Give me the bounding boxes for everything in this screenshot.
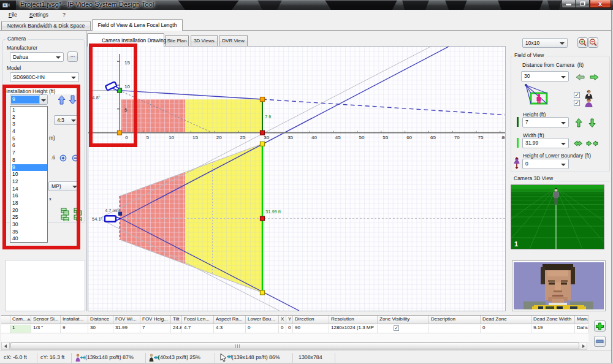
svg-text:7 ft: 7 ft xyxy=(265,114,272,119)
svg-text:54.1°: 54.1° xyxy=(92,216,103,222)
svg-text:31.99 ft: 31.99 ft xyxy=(265,209,281,214)
svg-text:35: 35 xyxy=(287,135,293,140)
svg-text:40: 40 xyxy=(311,135,317,140)
svg-text:5: 5 xyxy=(147,135,150,140)
svg-text:65: 65 xyxy=(430,135,436,140)
svg-text:25: 25 xyxy=(240,135,246,140)
svg-text:4.7 mm: 4.7 mm xyxy=(105,208,120,213)
svg-text:70: 70 xyxy=(454,135,460,140)
svg-text:20: 20 xyxy=(216,135,222,140)
svg-text:30: 30 xyxy=(264,135,269,140)
svg-text:80: 80 xyxy=(501,135,505,140)
svg-text:15: 15 xyxy=(192,135,198,140)
svg-text:50: 50 xyxy=(359,135,365,140)
svg-text:55: 55 xyxy=(383,135,388,140)
svg-text:60: 60 xyxy=(406,135,412,140)
svg-text:45: 45 xyxy=(335,135,341,140)
svg-text:1: 1 xyxy=(514,240,518,248)
svg-text:10: 10 xyxy=(169,135,174,140)
svg-text:75: 75 xyxy=(478,135,484,140)
